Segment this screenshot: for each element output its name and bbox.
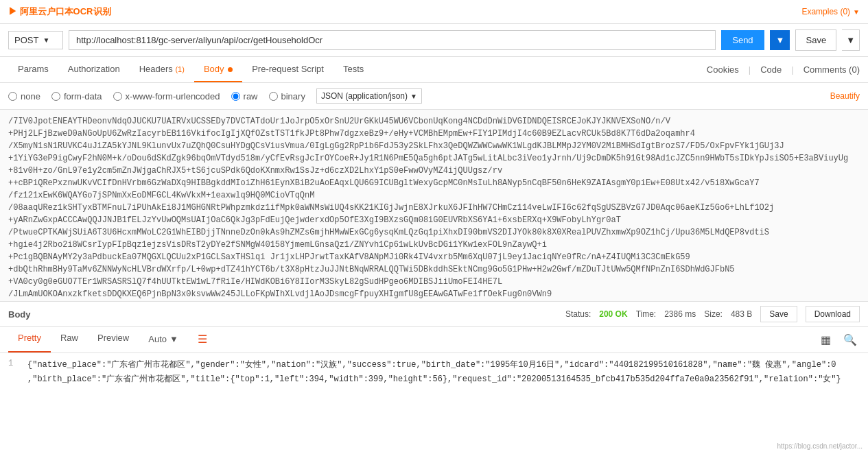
tab-preview[interactable]: Preview: [88, 327, 139, 353]
tab-tests[interactable]: Tests: [333, 57, 373, 82]
search-icon-button[interactable]: 🔍: [841, 332, 860, 348]
code-line: +yARnZwGxpACCCAwQQJJNJB1fELJzYvUwOQMsUAI…: [0, 214, 868, 226]
json-select-arrow-icon: ▼: [410, 93, 417, 100]
headers-badge: (1): [175, 65, 184, 73]
none-radio[interactable]: [8, 92, 17, 101]
status-label: Status:: [565, 309, 591, 319]
save-response-button[interactable]: Save: [760, 306, 797, 322]
comments-link[interactable]: Comments (0): [804, 64, 860, 75]
bottom-tabs-right: ▦ 🔍: [818, 332, 860, 348]
auto-dropdown-icon: ▼: [169, 334, 178, 344]
body-dot: [228, 67, 233, 72]
code-line: /fz121xEwK6WQAYGo7jSPNmXxEoDMFGCL4KwVkxM…: [0, 189, 868, 202]
code-line: +VA0cy0g0eGUO7TEr1WRSASRSlQ7f4hUUTktEW1w…: [0, 276, 868, 288]
send-arrow-button[interactable]: ▼: [770, 30, 790, 50]
code-line: +hgie4j2Rbo2i8WCsrIypFIpBqz1ejzsVisDRsT2…: [0, 239, 868, 251]
tab-pre-request[interactable]: Pre-request Script: [242, 57, 333, 82]
code-line: +Pc1gBQBNAyMY2y3aPdbuckEa07MQGXLQCUu2xP1…: [0, 251, 868, 263]
none-option[interactable]: none: [8, 91, 40, 101]
download-button[interactable]: Download: [806, 306, 860, 322]
raw-option[interactable]: raw: [231, 91, 258, 101]
top-bar: ▶ 阿里云户口本OCR识别 Examples (0) ▼: [0, 0, 868, 24]
tab-headers[interactable]: Headers (1): [130, 57, 194, 82]
output-area: 1{"native_place":"广东省广州市花都区","gender":"女…: [0, 353, 868, 415]
code-line: /JLmAmUOKOAnxzkfketsDDQKXEQ6PjnBpN3x0ksv…: [0, 288, 868, 300]
code-link[interactable]: Code: [760, 64, 782, 75]
code-line: +81v0H+zo/GnL97e1y2cm5mZnJWjgaChRJX5+tS6…: [0, 165, 868, 177]
status-bar: Body Status: 200 OK Time: 2386 ms Size: …: [0, 302, 868, 327]
tab-authorization[interactable]: Authorization: [58, 57, 130, 82]
tab-body[interactable]: Body: [194, 57, 242, 82]
binary-radio[interactable]: [269, 92, 278, 101]
code-line: +1YiYG3eP9igCwyF2hN0M+k/oDou6dSKdZgk96bq…: [0, 152, 868, 165]
output-line: 1{"native_place":"广东省广州市花都区","gender":"女…: [0, 357, 868, 372]
form-data-option[interactable]: form-data: [51, 91, 102, 101]
tab-pretty[interactable]: Pretty: [8, 327, 51, 353]
body-label: Body: [8, 309, 31, 320]
form-data-radio[interactable]: [51, 92, 60, 101]
time-label: Time:: [636, 309, 657, 319]
send-button[interactable]: Send: [721, 30, 764, 50]
urlencoded-radio[interactable]: [113, 92, 122, 101]
method-select[interactable]: POST ▼: [8, 31, 63, 49]
auto-select[interactable]: Auto ▼: [139, 327, 188, 353]
line-number: [8, 373, 22, 385]
page-title: ▶ 阿里云户口本OCR识别: [8, 5, 111, 18]
code-area[interactable]: /7IV0JpotENEAYTHDeonvNdqOJUCKU7UAIRVxUCS…: [0, 110, 868, 302]
code-line: /08aaqURez1kSHTyxBTMFnuL7iPUhAkEi8J1MGHG…: [0, 202, 868, 214]
status-bar-right: Status: 200 OK Time: 2386 ms Size: 483 B…: [565, 306, 860, 322]
raw-radio[interactable]: [231, 92, 240, 101]
examples-link[interactable]: Examples (0) ▼: [801, 7, 860, 16]
json-type-select[interactable]: JSON (application/json) ▼: [316, 88, 422, 104]
copy-icon-button[interactable]: ▦: [818, 332, 834, 348]
binary-option[interactable]: binary: [269, 91, 305, 101]
body-options-row: none form-data x-www-form-urlencoded raw…: [0, 83, 868, 110]
urlencoded-option[interactable]: x-www-form-urlencoded: [113, 91, 220, 101]
watermark: https://blog.csdn.net/jactor...: [777, 442, 863, 450]
code-line: ++cBPiQRePxznwUKvVCIfDnHVrbm6GzWaDXq9HIB…: [0, 177, 868, 189]
code-line: /PtwueCPTKAWjSUiA6T3U6HcxmMWoLC2G1WhEIBD…: [0, 226, 868, 239]
bottom-tabs: Pretty Raw Preview Auto ▼ ☰ ▦ 🔍: [0, 327, 868, 353]
bottom-tabs-left: Pretty Raw Preview Auto ▼ ☰: [8, 327, 217, 353]
method-arrow-icon: ▼: [43, 36, 49, 44]
tab-params[interactable]: Params: [8, 57, 58, 82]
code-line: /7IV0JpotENEAYTHDeonvNdqOJUCKU7UAIRVxUCS…: [0, 115, 868, 128]
code-line: +PHj2LFjBzweD0aNGoUpU6ZwRzIacyrbEB116Vki…: [0, 128, 868, 140]
code-line: /X5myN1sN1RUVKC4uJiZA5kYJNL9KlunvUx7uZQh…: [0, 140, 868, 152]
tabs-left: Params Authorization Headers (1) Body Pr…: [8, 57, 373, 82]
size-label: Size:: [704, 309, 723, 319]
output-line: ,"birth_place":"广东省广州市花都区","title":{"top…: [0, 372, 868, 386]
code-line: +dbQthRhmBHy9TaMv6ZNNWyNcHLVBrdWXrfp/L+0…: [0, 263, 868, 276]
body-options-left: none form-data x-www-form-urlencoded raw…: [8, 88, 422, 104]
line-number: 1: [8, 359, 22, 370]
tab-raw[interactable]: Raw: [51, 327, 88, 353]
cookies-link[interactable]: Cookies: [707, 64, 739, 75]
time-value: 2386 ms: [664, 309, 696, 319]
tabs-row: Params Authorization Headers (1) Body Pr…: [0, 57, 868, 83]
save-button[interactable]: Save: [795, 29, 836, 51]
url-bar: POST ▼ Send ▼ Save ▼: [0, 24, 868, 57]
line-content: {"native_place":"广东省广州市花都区","gender":"女性…: [27, 359, 836, 370]
beautify-button[interactable]: Beautify: [830, 91, 860, 101]
status-value: 200 OK: [599, 309, 627, 319]
url-input[interactable]: [69, 30, 716, 50]
tabs-right: Cookies | Code | Comments (0): [707, 64, 860, 75]
format-icon-button[interactable]: ☰: [188, 327, 217, 353]
save-arrow-button[interactable]: ▼: [842, 29, 860, 51]
size-value: 483 B: [731, 309, 752, 319]
line-content: ,"birth_place":"广东省广州市花都区","title":{"top…: [27, 373, 841, 385]
